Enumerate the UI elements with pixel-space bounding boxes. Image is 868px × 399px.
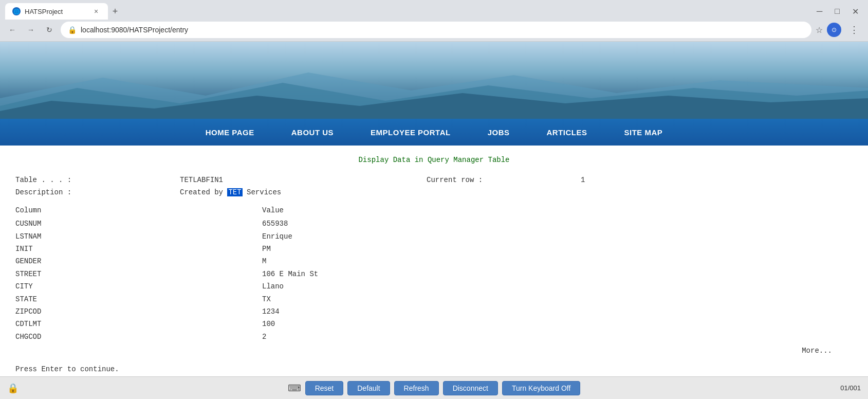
reload-button[interactable]: ↻ — [42, 23, 57, 37]
tab-close-button[interactable]: × — [91, 7, 101, 16]
data-column: STREET — [15, 268, 262, 280]
table-row-info: Table . . . : TETLABFIN1 Current row : 1 — [15, 174, 853, 186]
bookmark-button[interactable]: ☆ — [816, 25, 823, 35]
default-button[interactable]: Default — [347, 381, 390, 395]
description-value: Created by TET Services — [180, 187, 281, 198]
nav-item-articles[interactable]: ARTICLES — [528, 119, 606, 146]
address-bar-row: ← → ↻ 🔒 localhost:9080/HATSProject/entry… — [0, 20, 868, 41]
data-value: M — [262, 256, 266, 267]
hero-banner — [0, 42, 868, 119]
nav-bar: HOME PAGE ABOUT US EMPLOYEE PORTAL JOBS … — [0, 119, 868, 146]
page-counter: 01/001 — [840, 384, 861, 392]
url-text: localhost:9080/HATSProject/entry — [81, 26, 804, 34]
press-enter-text: Press Enter to continue. — [15, 365, 853, 373]
address-bar[interactable]: 🔒 localhost:9080/HATSProject/entry — [61, 22, 811, 38]
disconnect-button[interactable]: Disconnect — [443, 381, 498, 395]
data-value: 100 — [262, 318, 275, 330]
hero-mountains-svg — [0, 67, 868, 119]
reset-button[interactable]: Reset — [305, 381, 344, 395]
nav-item-employee-portal[interactable]: EMPLOYEE PORTAL — [352, 119, 469, 146]
description-prefix: Created by — [180, 188, 227, 196]
window-controls: ─ □ ✕ — [812, 5, 863, 19]
nav-item-jobs[interactable]: JOBS — [469, 119, 528, 146]
data-column: LSTNAM — [15, 231, 262, 242]
description-suffix: Services — [243, 188, 282, 196]
data-rows: CUSNUM655938LSTNAMEnriqueINITPMGENDERMST… — [15, 218, 853, 342]
data-value: 1234 — [262, 306, 280, 317]
description-highlight: TET — [227, 188, 242, 196]
refresh-button[interactable]: Refresh — [394, 381, 439, 395]
data-column: CITY — [15, 281, 262, 292]
profile-icon: ⊙ — [832, 26, 837, 33]
data-value: TX — [262, 294, 271, 305]
security-icon: 🔒 — [68, 26, 77, 34]
table-data-row: CHGCOD2 — [15, 331, 853, 342]
table-data-row: GENDERM — [15, 256, 853, 267]
description-row: Description : Created by TET Services — [15, 187, 853, 198]
close-window-button[interactable]: ✕ — [848, 5, 863, 19]
data-column: GENDER — [15, 256, 262, 267]
table-data-row: STATETX — [15, 294, 853, 305]
status-bar: 🔒 ⌨ Reset Default Refresh Disconnect Tur… — [0, 376, 868, 399]
data-column: CUSNUM — [15, 218, 262, 229]
data-column: STATE — [15, 294, 262, 305]
status-left: 🔒 — [7, 383, 19, 394]
page-content: HOME PAGE ABOUT US EMPLOYEE PORTAL JOBS … — [0, 42, 868, 399]
nav-item-home-page[interactable]: HOME PAGE — [187, 119, 273, 146]
data-value: 2 — [262, 331, 266, 342]
data-value: 655938 — [262, 218, 288, 229]
data-column: CDTLMT — [15, 318, 262, 330]
table-value: TETLABFIN1 — [180, 174, 427, 186]
maximize-button[interactable]: □ — [830, 5, 844, 18]
lock-icon: 🔒 — [7, 383, 19, 394]
data-column: CHGCOD — [15, 331, 262, 342]
nav-item-site-map[interactable]: SITE MAP — [606, 119, 681, 146]
keyboard-status-icon: ⌨ — [288, 383, 301, 394]
table-data-row: INITPM — [15, 243, 853, 255]
data-column: ZIPCOD — [15, 306, 262, 317]
current-row-value: 1 — [581, 174, 585, 186]
data-value: PM — [262, 243, 271, 255]
terminal-title: Display Data in Query Manager Table — [15, 156, 853, 164]
table-data-row: STREET106 E Main St — [15, 268, 853, 280]
tab-favicon: 🌐 — [12, 7, 21, 15]
terminal-area: Display Data in Query Manager Table Tabl… — [0, 146, 868, 399]
forward-button[interactable]: → — [24, 23, 38, 37]
minimize-button[interactable]: ─ — [812, 5, 826, 18]
back-button[interactable]: ← — [5, 23, 20, 37]
column-value-header: Column Value — [15, 205, 853, 216]
profile-button[interactable]: ⊙ — [827, 23, 841, 37]
table-data-row: CITYLlano — [15, 281, 853, 292]
table-data-row: CUSNUM655938 — [15, 218, 853, 229]
browser-chrome: 🌐 HATSProject × + ─ □ ✕ ← → ↻ 🔒 localhos… — [0, 0, 868, 42]
new-tab-button[interactable]: + — [108, 4, 122, 19]
more-text: More... — [15, 347, 853, 355]
chrome-menu-button[interactable]: ⋮ — [845, 22, 863, 38]
table-data-row: LSTNAMEnrique — [15, 231, 853, 242]
title-bar: 🌐 HATSProject × + ─ □ ✕ — [0, 0, 868, 20]
value-header: Value — [262, 205, 284, 216]
table-data-row: ZIPCOD1234 — [15, 306, 853, 317]
browser-tab[interactable]: 🌐 HATSProject × — [5, 3, 108, 20]
table-data-row: CDTLMT100 — [15, 318, 853, 330]
data-value: Enrique — [262, 231, 292, 242]
data-column: INIT — [15, 243, 262, 255]
table-label: Table . . . : — [15, 174, 180, 186]
tab-title: HATSProject — [25, 8, 63, 15]
description-label: Description : — [15, 187, 180, 198]
current-row-label: Current row : — [427, 174, 581, 186]
turn-keyboard-off-button[interactable]: Turn Keyboard Off — [502, 381, 580, 395]
data-value: Llano — [262, 281, 284, 292]
data-value: 106 E Main St — [262, 268, 318, 280]
nav-item-about-us[interactable]: ABOUT US — [273, 119, 352, 146]
column-header: Column — [15, 205, 262, 216]
